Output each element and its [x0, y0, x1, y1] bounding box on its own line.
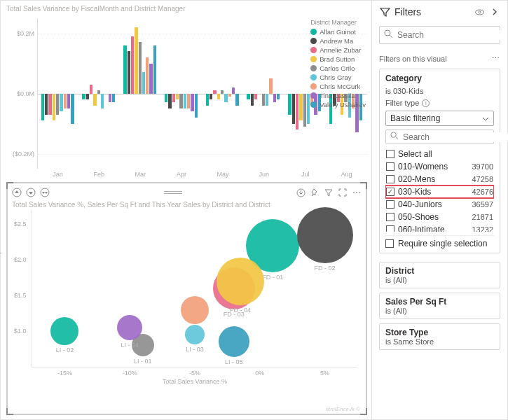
- check-row-select-all[interactable]: Select all: [385, 148, 494, 160]
- checkbox[interactable]: [386, 150, 394, 158]
- bubble-[interactable]: [181, 296, 209, 324]
- legend-item[interactable]: Chris Gray: [310, 74, 366, 81]
- filter-values-search-input[interactable]: [403, 132, 508, 142]
- filter-card-category[interactable]: Category is 030-Kids Filter type i Basic…: [379, 69, 500, 253]
- section-more-icon[interactable]: ⋯: [492, 54, 500, 63]
- bubble-LI - 03[interactable]: [185, 325, 205, 344]
- drill-down-icon[interactable]: [26, 188, 36, 197]
- attribution-text: ntmiEnce lk ©: [326, 406, 360, 412]
- export-icon[interactable]: [296, 188, 306, 197]
- svg-point-5: [479, 11, 481, 13]
- collapse-pane-icon[interactable]: [489, 6, 500, 18]
- require-single-label: Require single selection: [398, 239, 487, 248]
- bar-chart-visual[interactable]: Total Sales Variance by FiscalMonth and …: [6, 5, 367, 178]
- check-row[interactable]: 040-Juniors36597: [385, 198, 494, 211]
- chevron-down-icon: [482, 113, 489, 123]
- filters-section-label: Filters on this visual: [379, 55, 447, 63]
- more-options-icon[interactable]: ⋯: [352, 188, 362, 197]
- scatter-chart-visual[interactable]: ⋯ Total Sales Variance %, Sales Per Sq F…: [6, 182, 367, 415]
- filter-type-label: Filter type: [385, 99, 419, 107]
- drill-up-icon[interactable]: [12, 188, 22, 197]
- svg-line-9: [395, 136, 398, 139]
- x-axis-label: Apr: [161, 169, 202, 178]
- bar-chart-y-axis: $0.2M $0.0M ($0.2M): [6, 18, 37, 169]
- check-row[interactable]: 060-Intimate13232: [385, 223, 494, 232]
- scatter-chart-plot[interactable]: Total Sales Variance % $2.5$2.0$1.5$1.0-…: [32, 210, 357, 368]
- x-axis-label: Jul: [284, 169, 326, 178]
- pin-icon[interactable]: [310, 188, 320, 197]
- svg-point-2: [41, 188, 49, 197]
- bar-chart-legend: District Manager Allan GuinotAndrew MaAn…: [310, 19, 366, 110]
- filter-values-search[interactable]: [385, 130, 494, 144]
- legend-item[interactable]: Chris McGurk: [310, 83, 366, 90]
- checkbox[interactable]: [386, 175, 394, 183]
- legend-item[interactable]: Carlos Grilo: [310, 64, 366, 72]
- svg-point-4: [475, 10, 483, 15]
- expand-all-icon[interactable]: [40, 188, 50, 197]
- legend-item[interactable]: Tina Lassila: [310, 92, 366, 99]
- bar-chart-title: Total Sales Variance by FiscalMonth and …: [6, 5, 367, 13]
- filter-pane-icon: [379, 6, 390, 18]
- svg-point-6: [385, 30, 390, 36]
- info-icon[interactable]: i: [422, 99, 430, 107]
- legend-item[interactable]: Valery Ushakov: [310, 101, 366, 108]
- filter-card[interactable]: Districtis (All): [379, 262, 500, 288]
- filters-search-input[interactable]: [397, 30, 502, 40]
- x-axis-label: Mar: [120, 169, 161, 178]
- legend-item[interactable]: Andrew Ma: [310, 37, 366, 45]
- filters-pane: Filters Filters on this visual ⋯ Categor…: [371, 1, 507, 419]
- svg-point-8: [391, 132, 396, 137]
- bubble-LI - 02[interactable]: [50, 317, 78, 345]
- svg-line-7: [390, 35, 392, 38]
- drag-handle-icon[interactable]: [164, 191, 182, 194]
- x-axis-label: Jan: [37, 169, 78, 178]
- check-row[interactable]: 010-Womens39700: [385, 160, 494, 173]
- x-axis-label: Aug: [326, 169, 367, 178]
- bubble-FD - 04[interactable]: [217, 258, 264, 305]
- filter-type-select[interactable]: Basic filtering: [385, 111, 494, 126]
- filter-card-title: Category: [385, 74, 494, 83]
- scatter-x-label: Total Sales Variance %: [163, 378, 227, 385]
- focus-mode-icon[interactable]: [338, 188, 348, 197]
- filter-icon[interactable]: [324, 188, 334, 197]
- bubble-LI - 04[interactable]: [117, 315, 142, 340]
- check-row[interactable]: 020-Mens47258: [385, 173, 494, 186]
- checkbox[interactable]: [386, 188, 394, 196]
- x-axis-label: Feb: [78, 169, 120, 178]
- scatter-y-label: Sales Per Sq Ft: [0, 244, 1, 288]
- view-icon[interactable]: [474, 6, 485, 18]
- filter-card-subtitle: is 030-Kids: [385, 87, 494, 95]
- search-icon: [390, 132, 399, 142]
- filters-search[interactable]: [379, 26, 500, 44]
- checkbox[interactable]: [386, 225, 394, 232]
- x-axis-label: Jun: [243, 169, 284, 178]
- scatter-chart-title: Total Sales Variance %, Sales Per Sq Ft …: [12, 201, 362, 209]
- checkbox[interactable]: [386, 162, 394, 171]
- legend-item[interactable]: Annelie Zubar: [310, 46, 366, 54]
- check-row[interactable]: 030-Kids42676: [385, 186, 494, 198]
- filters-pane-title: Filters: [394, 6, 469, 18]
- search-icon: [384, 29, 393, 41]
- bubble-FD - 02[interactable]: [297, 207, 353, 263]
- filter-card[interactable]: Store Typeis Same Store: [379, 323, 500, 350]
- checkbox[interactable]: [386, 213, 394, 221]
- filter-card[interactable]: Sales Per Sq Ftis (All): [379, 293, 500, 319]
- bubble-LI - 05[interactable]: [219, 326, 249, 357]
- checkbox[interactable]: [386, 200, 394, 209]
- require-single-checkbox[interactable]: [385, 239, 394, 248]
- check-row[interactable]: 050-Shoes21871: [385, 211, 494, 223]
- x-axis-label: May: [202, 169, 244, 178]
- legend-item[interactable]: Brad Sutton: [310, 55, 366, 63]
- legend-item[interactable]: Allan Guinot: [310, 28, 366, 36]
